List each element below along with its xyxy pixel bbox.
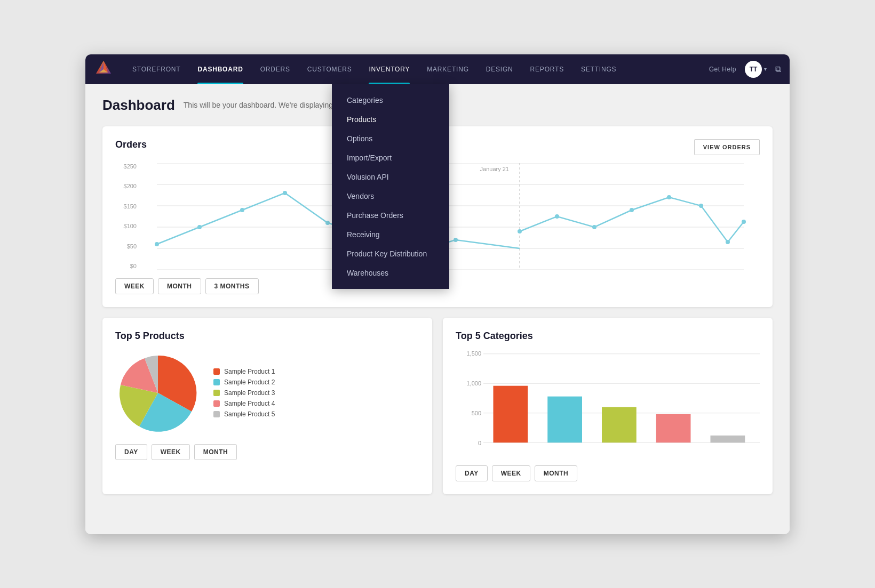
legend-label-4: Sample Product 4	[224, 400, 275, 407]
legend-label-1: Sample Product 1	[224, 368, 275, 375]
top5-categories-title: Top 5 Categories	[456, 331, 760, 342]
legend-dot-3	[213, 390, 220, 396]
dropdown-item-volusion-api[interactable]: Volusion API	[332, 167, 449, 187]
svg-point-13	[240, 208, 244, 212]
svg-point-23	[592, 225, 596, 229]
categories-month-button[interactable]: MONTH	[535, 465, 578, 481]
svg-point-25	[667, 195, 671, 199]
pie-legend: Sample Product 1 Sample Product 2 Sample…	[213, 368, 275, 418]
nav-item-settings[interactable]: SETTINGS	[572, 54, 625, 84]
svg-point-15	[325, 221, 330, 225]
nav-item-orders[interactable]: ORDERS	[252, 54, 299, 84]
logo[interactable]	[94, 59, 124, 80]
nav-right: Get Help TT ▾ ⧉	[709, 61, 781, 78]
orders-week-button[interactable]: WEEK	[115, 278, 154, 294]
legend-item-5: Sample Product 5	[213, 410, 275, 418]
legend-item-1: Sample Product 1	[213, 368, 275, 375]
nav-items: STOREFRONT DASHBOARD ORDERS CUSTOMERS IN…	[124, 54, 709, 84]
top5-products-card: Top 5 Products	[102, 318, 432, 494]
svg-rect-35	[602, 407, 637, 442]
nav-item-reports[interactable]: REPORTS	[522, 54, 572, 84]
svg-rect-33	[494, 385, 528, 442]
page-title: Dashboard	[102, 97, 175, 114]
dropdown-item-categories[interactable]: Categories	[332, 91, 449, 110]
svg-point-21	[518, 229, 522, 233]
dropdown-item-product-key-distribution[interactable]: Product Key Distribution	[332, 244, 449, 263]
svg-rect-34	[547, 396, 582, 442]
nav-item-design[interactable]: DESIGN	[478, 54, 522, 84]
dropdown-item-import-export[interactable]: Import/Export	[332, 148, 449, 167]
svg-text:January 21: January 21	[480, 166, 509, 172]
legend-item-2: Sample Product 2	[213, 378, 275, 386]
top-nav: STOREFRONT DASHBOARD ORDERS CUSTOMERS IN…	[85, 54, 790, 84]
legend-item-3: Sample Product 3	[213, 389, 275, 397]
top5-categories-card: Top 5 Categories 1,500 1,000 500 0	[443, 318, 773, 494]
products-month-button[interactable]: MONTH	[194, 444, 237, 460]
nav-item-customers[interactable]: CUSTOMERS	[299, 54, 361, 84]
get-help-link[interactable]: Get Help	[709, 66, 736, 73]
svg-point-28	[742, 220, 746, 224]
top5-products-title: Top 5 Products	[115, 331, 419, 342]
bottom-row: Top 5 Products	[102, 318, 773, 494]
products-chart-buttons: DAY WEEK MONTH	[115, 444, 419, 460]
orders-3months-button[interactable]: 3 MONTHS	[205, 278, 259, 294]
nav-item-inventory[interactable]: INVENTORY	[360, 54, 418, 84]
view-orders-button[interactable]: VIEW ORDERS	[694, 139, 760, 155]
bar-y-axis: 1,500 1,000 500 0	[456, 350, 481, 446]
nav-item-storefront[interactable]: STOREFRONT	[124, 54, 189, 84]
bar-chart-svg	[483, 350, 760, 446]
legend-dot-1	[213, 368, 220, 375]
dropdown-item-purchase-orders[interactable]: Purchase Orders	[332, 206, 449, 225]
browser-window: STOREFRONT DASHBOARD ORDERS CUSTOMERS IN…	[85, 54, 790, 534]
svg-point-11	[155, 242, 159, 246]
pie-container: Sample Product 1 Sample Product 2 Sample…	[115, 350, 419, 436]
svg-point-26	[699, 204, 703, 208]
categories-week-button[interactable]: WEEK	[492, 465, 530, 481]
svg-point-14	[283, 191, 287, 195]
svg-point-18	[454, 238, 458, 242]
legend-label-3: Sample Product 3	[224, 389, 275, 397]
nav-item-dashboard[interactable]: DASHBOARD	[189, 54, 251, 84]
legend-dot-4	[213, 400, 220, 407]
inventory-dropdown: Categories Products Options Import/Expor…	[332, 84, 449, 289]
dropdown-item-products[interactable]: Products	[332, 110, 449, 129]
dropdown-item-receiving[interactable]: Receiving	[332, 225, 449, 244]
nav-item-marketing[interactable]: MARKETING	[418, 54, 478, 84]
legend-dot-2	[213, 379, 220, 385]
user-avatar[interactable]: TT	[745, 61, 762, 78]
pie-chart	[115, 350, 201, 436]
svg-point-22	[555, 214, 559, 219]
orders-card-title: Orders	[115, 139, 147, 150]
dropdown-item-vendors[interactable]: Vendors	[332, 187, 449, 206]
products-day-button[interactable]: DAY	[115, 444, 147, 460]
orders-month-button[interactable]: MONTH	[158, 278, 201, 294]
legend-label-2: Sample Product 2	[224, 378, 275, 386]
external-link-icon[interactable]: ⧉	[775, 65, 781, 74]
svg-point-27	[726, 240, 730, 244]
svg-point-12	[197, 225, 202, 229]
categories-day-button[interactable]: DAY	[456, 465, 488, 481]
y-axis: $250 $200 $150 $100 $50 $0	[115, 163, 137, 270]
bar-chart-container: 1,500 1,000 500 0	[456, 350, 760, 457]
chevron-down-icon: ▾	[764, 66, 767, 72]
categories-chart-buttons: DAY WEEK MONTH	[456, 465, 760, 481]
user-menu[interactable]: TT ▾	[745, 61, 767, 78]
svg-point-24	[630, 208, 634, 212]
orders-line-chart: January 21	[141, 163, 760, 270]
dropdown-item-warehouses[interactable]: Warehouses	[332, 263, 449, 283]
legend-item-4: Sample Product 4	[213, 400, 275, 407]
products-week-button[interactable]: WEEK	[152, 444, 190, 460]
svg-rect-36	[656, 414, 691, 442]
dropdown-item-options[interactable]: Options	[332, 129, 449, 148]
svg-rect-37	[711, 435, 745, 442]
legend-dot-5	[213, 411, 220, 417]
legend-label-5: Sample Product 5	[224, 410, 275, 418]
